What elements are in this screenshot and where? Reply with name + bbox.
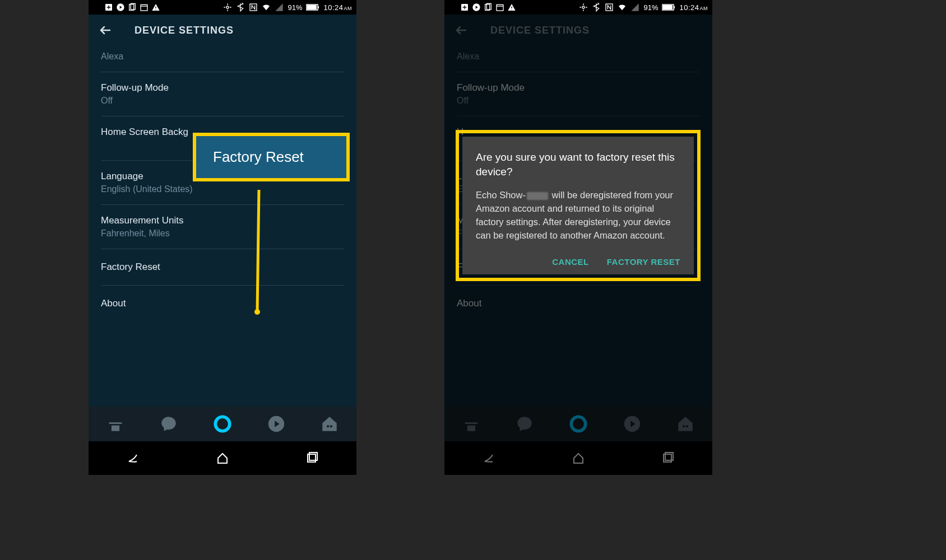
svg-rect-25	[663, 5, 673, 10]
svg-rect-21	[497, 4, 503, 11]
bottom-tab-bar	[89, 407, 356, 441]
plus-box-icon	[460, 3, 469, 12]
copy-icon	[128, 3, 137, 12]
music-icon	[116, 3, 125, 12]
gps-icon	[579, 3, 588, 12]
setting-label: Follow-up Mode	[101, 82, 344, 94]
svg-point-10	[215, 417, 230, 431]
signal-icon	[275, 3, 284, 12]
svg-point-22	[582, 6, 585, 8]
signal-icon	[630, 3, 639, 12]
confirm-dialog: Are you sure you want to factory reset t…	[462, 137, 694, 274]
setting-value: English (United States)	[101, 184, 344, 194]
dialog-body: Echo Show- will be deregistered from you…	[476, 189, 680, 242]
setting-label: Measurement Units	[101, 215, 344, 226]
svg-point-13	[330, 425, 332, 427]
battery-icon	[306, 4, 319, 11]
setting-factory-reset[interactable]: Factory Reset	[101, 249, 344, 286]
chat-tab-icon[interactable]	[159, 414, 178, 433]
setting-value: Fahrenheit, Miles	[101, 228, 344, 239]
bluetooth-icon	[236, 3, 245, 12]
settings-list: Alexa Follow-up Mode Off Home Screen Bac…	[89, 46, 356, 321]
setting-alexa[interactable]: Alexa	[101, 46, 344, 72]
svg-rect-8	[307, 5, 317, 10]
battery-text: 91%	[287, 3, 302, 12]
callout-dot	[254, 309, 260, 315]
alexa-tab-icon[interactable]	[213, 414, 232, 433]
cancel-button[interactable]: CANCEL	[552, 257, 589, 267]
nav-home-icon[interactable]	[216, 451, 229, 465]
gps-icon	[223, 3, 232, 12]
warning-icon	[507, 3, 516, 12]
android-status-bar: 91% 10:24AM	[444, 0, 712, 15]
music-icon	[472, 3, 481, 12]
setting-label: About	[101, 298, 344, 309]
calendar-icon	[140, 3, 149, 12]
app-header: DEVICE SETTINGS	[89, 15, 356, 46]
calendar-icon	[495, 3, 504, 12]
android-nav-bar	[89, 441, 356, 475]
page-title: DEVICE SETTINGS	[135, 25, 234, 36]
play-tab-icon[interactable]	[267, 414, 286, 433]
android-status-bar: 91% 10:24AM	[89, 0, 356, 15]
home-tab-icon[interactable]	[106, 414, 125, 433]
wifi-icon	[262, 3, 271, 12]
redacted-device-id	[527, 192, 548, 200]
svg-point-5	[226, 6, 229, 8]
callout-factory-reset: Factory Reset	[193, 133, 350, 181]
bluetooth-icon	[592, 3, 601, 12]
nfc-icon	[249, 3, 258, 12]
back-icon[interactable]	[99, 24, 112, 37]
dialog-highlight: Are you sure you want to factory reset t…	[456, 130, 701, 281]
svg-rect-9	[318, 6, 319, 8]
svg-rect-26	[674, 6, 675, 8]
dialog-title: Are you sure you want to factory reset t…	[476, 150, 680, 179]
battery-text: 91%	[643, 3, 658, 12]
nfc-icon	[605, 3, 614, 12]
phone-screenshot-right: 91% 10:24AM DEVICE SETTINGS Alexa Follow…	[444, 0, 712, 475]
wifi-icon	[618, 3, 627, 12]
plus-box-icon	[104, 3, 113, 12]
nav-recent-icon[interactable]	[305, 451, 318, 465]
warning-icon	[151, 3, 160, 12]
setting-label: Factory Reset	[101, 262, 344, 273]
smarthome-tab-icon[interactable]	[320, 414, 339, 433]
battery-icon	[662, 4, 675, 11]
dialog-actions: CANCEL FACTORY RESET	[476, 257, 680, 267]
svg-rect-4	[141, 4, 147, 11]
nav-back-icon[interactable]	[127, 451, 140, 465]
svg-point-12	[327, 425, 329, 427]
status-time: 10:24AM	[679, 3, 708, 12]
phone-screenshot-left: 91% 10:24AM DEVICE SETTINGS Alexa Follow…	[89, 0, 356, 475]
status-time: 10:24AM	[323, 3, 352, 12]
setting-value: Off	[101, 96, 344, 106]
setting-about[interactable]: About	[101, 286, 344, 321]
setting-followup[interactable]: Follow-up Mode Off	[101, 72, 344, 116]
callout-label: Factory Reset	[213, 148, 304, 165]
setting-units[interactable]: Measurement Units Fahrenheit, Miles	[101, 205, 344, 249]
setting-value: Alexa	[101, 52, 344, 62]
factory-reset-button[interactable]: FACTORY RESET	[607, 257, 680, 267]
copy-icon	[484, 3, 493, 12]
